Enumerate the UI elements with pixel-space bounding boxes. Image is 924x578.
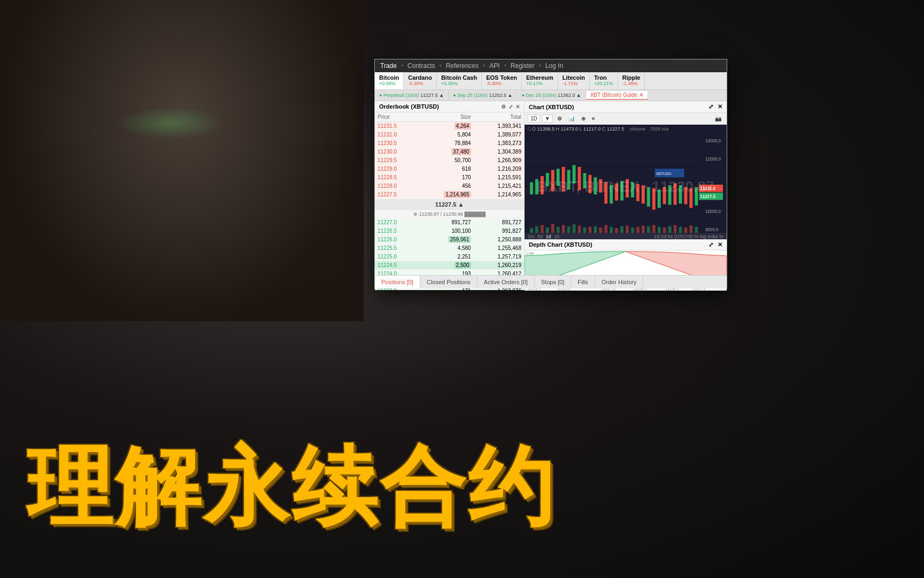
nav-api[interactable]: API [489,62,499,70]
chart-area[interactable]: BXBT, BITNEX · 11230.87 13000.0 12000.0 … [525,133,727,239]
bid-row[interactable]: 11226.5 100,100 991,827 [375,227,524,235]
tab-ethereum[interactable]: Ethereum +0.17% [522,72,558,89]
mid-price-row: 11227.5 ▲ [375,199,524,210]
chart-panel: Chart (XBTUSD) ⤢ ✕ 1D ▼ ⚙ 📊 ⊕ ≡ 📷 [525,101,727,239]
col-total: Total [474,112,524,122]
ask-row[interactable]: 11228.5 170 1,215,591 [375,173,524,182]
tab-bitcoin[interactable]: Bitcoin +0.08% [375,72,404,89]
nav-login[interactable]: Log In [545,62,563,70]
sub-tab-perpetual[interactable]: ● Perpetual (100x) 11227.5 ▲ [375,91,449,100]
svg-text:9000.0: 9000.0 [705,226,719,232]
svg-text:12000.0: 12000.0 [705,156,721,162]
tab-stops[interactable]: Stops [0] [535,276,571,288]
tab-closed-positions[interactable]: Closed Positions [420,276,478,288]
expand-depth-icon[interactable]: ⤢ [709,241,713,248]
mark-price-row: ⊕ 11230.87 / 11230.96 ▓▓▓▓▓▓ [375,210,524,218]
right-panels: Chart (XBTUSD) ⤢ ✕ 1D ▼ ⚙ 📊 ⊕ ≡ 📷 [525,101,727,290]
svg-text:2.5M: 2.5M [526,252,534,255]
person-overlay [0,0,364,321]
chart-type-bar[interactable]: 📊 [566,115,577,122]
ask-row[interactable]: 11229.0 618 1,216,209 [375,165,524,173]
tf-1m[interactable]: 1m [528,234,535,239]
main-content: Orderbook (XBTUSD) ⚙ ⤢ ✕ Price Size Tota… [375,101,727,290]
sub-tabs-row: ● Perpetual (100x) 11227.5 ▲ ● Sep 25 (1… [375,90,727,101]
sub-tab-guide[interactable]: XBT (Bitcoin) Guide ✕ [586,91,648,100]
tab-eos[interactable]: EOS Token -0.30% [482,72,522,89]
expand-chart-icon[interactable]: ⤢ [709,103,713,110]
expand-icon[interactable]: ⤢ [509,104,513,110]
nav-contracts[interactable]: Contracts [407,62,435,70]
bid-row[interactable]: 11227.0 891,727 891,727 [375,218,524,227]
trading-window: Trade • Contracts • References • API • R… [374,59,727,289]
close-chart-icon[interactable]: ✕ [718,103,722,110]
bid-row[interactable]: 11226.0 259,061 1,250,888 [375,235,524,244]
ask-row[interactable]: 11227.5 1,214,965 1,214,965 [375,191,524,199]
chart-more[interactable]: ≡ [590,115,597,122]
depth-chart-header: Depth Chart (XBTUSD) ⤢ ✕ [525,240,727,250]
nav-references[interactable]: References [446,62,479,70]
tab-order-history[interactable]: Order History [595,276,643,288]
tab-positions[interactable]: Positions [0] [375,276,420,288]
tab-cardano[interactable]: Cardano -0.30% [404,72,437,89]
chart-watermark: BXBT, BITNEX · 11230.87 [537,178,714,195]
orderbook-panel: Orderbook (XBTUSD) ⚙ ⤢ ✕ Price Size Tota… [375,101,525,290]
chart-tools[interactable]: ⊕ [579,115,588,122]
sub-tab-sep[interactable]: ● Sep 25 (100x) 11252.5 ▲ [449,91,517,100]
chart-toolbar: 1D ▼ ⚙ 📊 ⊕ ≡ 📷 [525,113,727,125]
close-icon[interactable]: ✕ [515,104,520,110]
settings-icon[interactable]: ⚙ [501,104,506,110]
svg-text:XBTUSO: XBTUSO [656,171,672,176]
chart-header: Chart (XBTUSD) ⤢ ✕ [525,101,727,113]
tf-5d[interactable]: 5d [537,234,543,239]
col-size: Size [418,112,474,122]
tf-1h[interactable]: 1h [554,234,559,239]
nav-register[interactable]: Register [511,62,535,70]
top-nav: Trade • Contracts • References • API • R… [375,59,727,72]
tab-fills[interactable]: Fills [571,276,595,288]
ask-row[interactable]: 11229.5 50,700 1,266,909 [375,156,524,165]
glasses-reflection [118,107,225,139]
tf-1d[interactable]: 1d [546,234,551,239]
orderbook-table: Price Size Total 11231.5 4,264 1,393,341… [375,112,524,290]
currency-tabs-row: Bitcoin +0.08% Cardano -0.30% Bitcoin Ca… [375,72,727,90]
tab-tron[interactable]: Tron +20.21% [590,72,618,89]
chart-info: □ O 11398.5 H 11473.0 L 11217.0 C 11227.… [525,125,727,133]
nav-trade[interactable]: Trade [380,62,397,70]
tab-bitcoin-cash[interactable]: Bitcoin Cash +2.35% [437,72,482,89]
bottom-tabs: Positions [0] Closed Positions Active Or… [375,275,727,288]
bid-row[interactable]: 11224.5 2,500 1,260,219 [375,261,524,270]
col-price: Price [375,112,418,122]
camera-icon[interactable]: 📷 [713,115,723,122]
ask-row[interactable]: 11230.5 78,884 1,383,273 [375,139,524,148]
timeframe-1d[interactable]: 1D [528,115,540,123]
ask-row[interactable]: 11228.0 456 1,215,421 [375,182,524,191]
bid-row[interactable]: 11225.5 4,580 1,255,468 [375,244,524,253]
ask-row[interactable]: 11231.5 4,264 1,393,341 [375,122,524,131]
tab-active-orders[interactable]: Active Orders [0] [478,276,535,288]
orderbook-header: Orderbook (XBTUSD) ⚙ ⤢ ✕ [375,101,524,112]
bid-row[interactable]: 11225.0 2,251 1,257,719 [375,253,524,261]
svg-text:13000.0: 13000.0 [705,138,721,144]
sub-tab-dec[interactable]: ● Dec 25 (100x) 11362.0 ▲ [517,91,586,100]
settings-icon[interactable]: ⚙ [555,115,564,122]
chinese-title: 理解永续合约 [27,430,556,546]
timeframe-v[interactable]: ▼ [542,115,553,123]
ask-row[interactable]: 11230.0 37,480 1,304,389 [375,148,524,156]
chart-time-bar: 1m 5d 1d 1h 19:23:54 (UTC+8) % log India… [525,233,727,239]
svg-text:10000.0: 10000.0 [705,208,721,214]
close-depth-icon[interactable]: ✕ [718,241,722,248]
ask-row[interactable]: 11231.0 5,804 1,389,077 [375,131,524,139]
tab-ripple[interactable]: Ripple -1.48% [618,72,645,89]
tab-litecoin[interactable]: Litecoin -1.71% [558,72,590,89]
